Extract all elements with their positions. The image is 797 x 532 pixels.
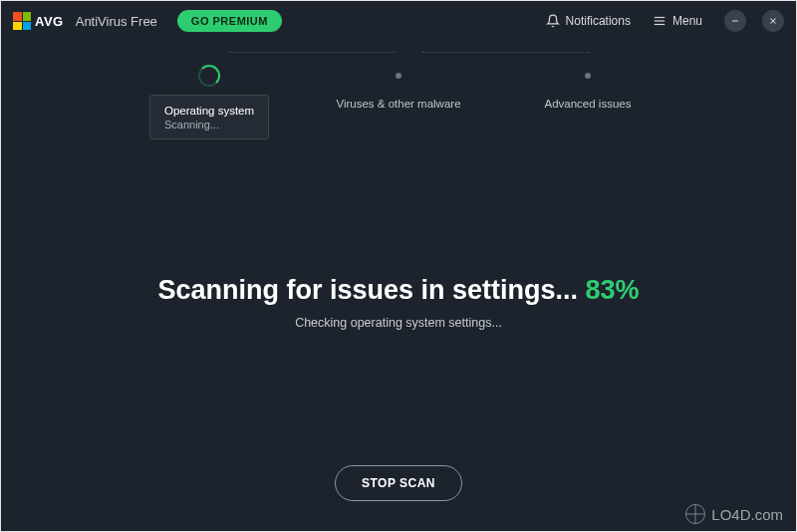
close-button[interactable] (762, 10, 784, 32)
notifications-label: Notifications (566, 14, 631, 28)
step-label: Viruses & other malware (336, 97, 460, 112)
step-dot-icon (585, 73, 591, 79)
step-viruses-malware: Viruses & other malware (304, 65, 493, 112)
stop-scan-button[interactable]: STOP SCAN (335, 465, 462, 501)
watermark: LO4D.com (685, 504, 783, 524)
step-connector (422, 52, 590, 53)
avg-logo-icon (13, 12, 31, 30)
scan-percent: 83% (586, 275, 640, 305)
product-name: AntiVirus Free (76, 14, 157, 29)
headline-text: Scanning for issues in settings... (157, 275, 585, 305)
step-label: Operating system (164, 104, 254, 119)
scan-steps: Operating system Scanning... Viruses & o… (110, 41, 687, 139)
brand-name: AVG (35, 14, 64, 29)
titlebar: AVG AntiVirus Free GO PREMIUM Notificati… (1, 1, 796, 41)
step-advanced-issues: Advanced issues (493, 65, 682, 112)
close-icon (768, 16, 778, 26)
scan-headline: Scanning for issues in settings... 83% (157, 275, 639, 306)
globe-icon (685, 504, 705, 524)
notifications-button[interactable]: Notifications (540, 10, 637, 32)
step-sublabel: Scanning... (164, 119, 254, 131)
hamburger-icon (653, 14, 666, 28)
bell-icon (546, 14, 560, 28)
step-label: Advanced issues (545, 97, 632, 112)
step-operating-system: Operating system Scanning... (115, 65, 304, 139)
step-connector (229, 52, 397, 53)
footer-actions: STOP SCAN (1, 465, 796, 531)
spinner-icon (198, 65, 220, 87)
scan-status: Scanning for issues in settings... 83% C… (1, 139, 796, 465)
minimize-icon (730, 16, 740, 26)
app-window: AVG AntiVirus Free GO PREMIUM Notificati… (0, 0, 797, 532)
watermark-text: LO4D.com (711, 506, 783, 523)
brand-logo: AVG (13, 12, 64, 30)
menu-button[interactable]: Menu (647, 10, 708, 32)
scan-subline: Checking operating system settings... (295, 316, 502, 330)
go-premium-button[interactable]: GO PREMIUM (177, 10, 282, 32)
step-dot-icon (396, 73, 401, 79)
menu-label: Menu (672, 14, 702, 28)
minimize-button[interactable] (724, 10, 746, 32)
